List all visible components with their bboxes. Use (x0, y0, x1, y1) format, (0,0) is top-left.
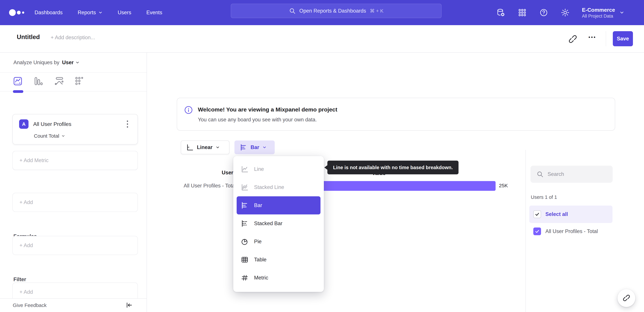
nav-events-label: Events (146, 10, 162, 16)
report-title[interactable]: Untitled (17, 34, 40, 40)
menu-item-stacked-bar[interactable]: Stacked Bar (237, 214, 320, 232)
data-management-icon[interactable] (496, 8, 506, 17)
nav-icon-buttons (496, 0, 570, 25)
metric-letter-badge: A (19, 119, 28, 129)
analyze-entity-value: User (62, 60, 74, 66)
chart-type-value: Bar (250, 144, 259, 150)
add-description-field[interactable]: + Add description... (51, 34, 95, 40)
tab-insights[interactable] (12, 76, 23, 86)
select-all-checkbox[interactable] (533, 210, 541, 218)
nav-dashboards-label: Dashboards (34, 10, 62, 16)
nav-dashboards[interactable]: Dashboards (34, 10, 62, 16)
nav-reports[interactable]: Reports (78, 10, 103, 16)
sidebar-footer: Give Feedback (0, 298, 146, 312)
tab-flows[interactable] (54, 76, 64, 86)
menu-item-pie-label: Pie (254, 238, 262, 244)
legend-series-row[interactable]: All User Profiles - Total (529, 223, 636, 240)
settings-gear-icon[interactable] (560, 8, 570, 17)
add-formula-button[interactable]: + Add (12, 193, 138, 212)
series-checkbox[interactable] (533, 228, 541, 235)
chart-type-dropdown[interactable]: Bar (234, 140, 275, 154)
add-filter-button[interactable]: + Add (12, 236, 138, 255)
chevron-down-icon (61, 134, 65, 138)
line-chart-icon (240, 165, 249, 174)
menu-item-line[interactable]: Line (237, 160, 320, 178)
info-icon (184, 105, 193, 115)
line-disabled-tooltip: Line is not available with no time based… (327, 160, 458, 174)
report-toolbar: Untitled + Add description... ••• Save (0, 25, 644, 53)
analyze-entity-dropdown[interactable]: User (62, 60, 80, 66)
legend-search-input[interactable]: Search (530, 166, 613, 183)
legend-divider (526, 150, 526, 312)
menu-item-pie[interactable]: Pie (237, 232, 320, 251)
pie-chart-icon (240, 237, 249, 246)
metric-card[interactable]: A All User Profiles Count Total (12, 114, 138, 144)
stacked-line-chart-icon (240, 183, 249, 192)
menu-item-stacked-line-label: Stacked Line (254, 184, 284, 190)
scale-dropdown[interactable]: Linear (181, 140, 230, 154)
query-builder-sidebar: Analyze Uniques by User (0, 53, 147, 312)
select-all-label: Select all (546, 211, 568, 217)
report-type-tabs (0, 73, 146, 92)
check-icon (535, 212, 540, 217)
global-search-button[interactable]: Open Reports & Dashboards ⌘ + K (231, 4, 442, 18)
apps-grid-icon[interactable] (518, 8, 527, 17)
help-icon[interactable] (539, 8, 548, 17)
demo-banner-subtitle: You can use any board you see with your … (198, 117, 317, 123)
project-switcher[interactable]: E-Commerce All Project Data (582, 0, 624, 25)
global-search-placeholder: Open Reports & Dashboards (299, 8, 366, 14)
menu-item-bar[interactable]: Bar (237, 196, 320, 214)
save-button[interactable]: Save (613, 31, 633, 46)
analyze-prefix-label: Analyze Uniques by (14, 60, 59, 66)
metric-name: All User Profiles (33, 121, 72, 127)
table-icon (240, 255, 249, 264)
nav-reports-label: Reports (78, 10, 96, 16)
mixpanel-logo-icon[interactable] (9, 0, 27, 25)
metric-hash-icon (240, 274, 249, 282)
demo-banner (177, 98, 615, 130)
bar-chart-icon (240, 143, 248, 152)
legend-search-placeholder: Search (548, 171, 564, 177)
copy-link-button[interactable] (568, 34, 578, 44)
more-options-button[interactable]: ••• (586, 32, 599, 42)
link-icon (622, 294, 631, 302)
menu-item-metric[interactable]: Metric (237, 269, 320, 287)
tooltip-text: Line is not available with no time based… (333, 165, 453, 170)
linear-axis-icon (186, 143, 194, 152)
project-name: E-Commerce (582, 6, 615, 14)
menu-item-stacked-bar-label: Stacked Bar (254, 220, 282, 226)
toolbar-divider (606, 31, 606, 46)
check-icon (535, 229, 540, 234)
nav-links: Dashboards Reports Users Events (34, 0, 162, 25)
filter-section-header: Filter (14, 276, 26, 282)
chart-bar-value: 25K (499, 183, 508, 188)
nav-users-label: Users (118, 10, 131, 16)
share-link-fab[interactable] (618, 289, 635, 307)
collapse-sidebar-icon[interactable] (125, 301, 133, 309)
nav-users[interactable]: Users (118, 10, 131, 16)
tab-funnels[interactable] (33, 76, 44, 86)
menu-item-metric-label: Metric (254, 275, 268, 281)
search-icon (536, 171, 544, 178)
mixpanel-app: Dashboards Reports Users Events Open Rep… (0, 0, 644, 312)
metric-aggregation-dropdown[interactable]: Count Total (34, 133, 65, 139)
menu-item-table[interactable]: Table (237, 251, 320, 269)
menu-item-stacked-line[interactable]: Stacked Line (237, 178, 320, 196)
tab-retention[interactable] (74, 76, 85, 86)
active-tab-indicator (13, 90, 23, 93)
metric-aggregation-value: Count Total (34, 133, 59, 139)
analyze-row: Analyze Uniques by User (0, 53, 146, 73)
nav-events[interactable]: Events (146, 10, 162, 16)
chevron-down-icon (216, 145, 220, 150)
chevron-down-icon (75, 60, 80, 65)
select-all-row[interactable]: Select all (529, 206, 612, 223)
legend-series-label: All User Profiles - Total (546, 228, 598, 234)
add-metric-card[interactable]: + Add Metric (12, 151, 138, 170)
give-feedback-link[interactable]: Give Feedback (13, 302, 46, 308)
chevron-down-icon (619, 10, 624, 15)
tooltip-arrow (324, 165, 328, 170)
global-search-shortcut: ⌘ + K (370, 8, 384, 14)
menu-item-bar-label: Bar (254, 202, 262, 208)
filter-label: Filter (14, 276, 26, 282)
metric-kebab-menu[interactable] (124, 120, 131, 128)
